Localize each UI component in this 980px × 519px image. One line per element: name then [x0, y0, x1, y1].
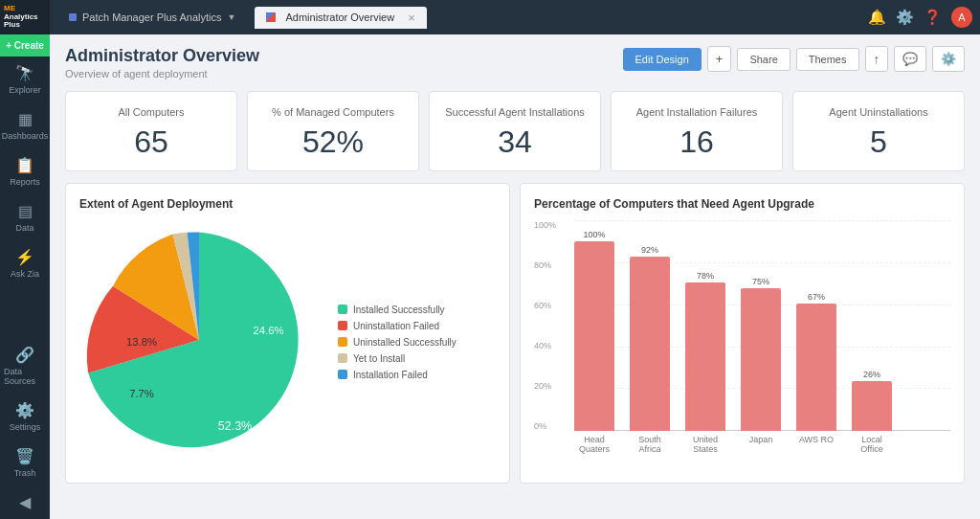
settings-icon: ⚙️: [15, 401, 34, 419]
x-label-3: Japan: [741, 435, 781, 454]
share-button[interactable]: Share: [737, 48, 790, 71]
sidebar-item-label: Reports: [10, 177, 40, 187]
y-label-60: 60%: [534, 301, 556, 310]
sidebar-item-data[interactable]: ▤ Data: [0, 194, 50, 240]
sidebar-logo: ME AnalyticsPlus: [0, 0, 50, 34]
legend-dot-install-fail: [338, 370, 347, 379]
pie-chart-card: Extent of Agent Deployment: [65, 183, 510, 484]
legend-dot-installed: [338, 305, 347, 314]
tab-adminoverview[interactable]: Administrator Overview ×: [255, 7, 426, 29]
tab-close-icon[interactable]: ×: [408, 11, 415, 25]
datasources-icon: 🔗: [15, 346, 34, 364]
content: Administrator Overview Overview of agent…: [50, 34, 980, 519]
bar-chart-title: Percentage of Computers that Need Agent …: [534, 197, 950, 211]
sidebar-item-label: Data Sources: [4, 367, 46, 386]
sidebar-item-label: Trash: [14, 468, 36, 478]
x-label-2: United States: [685, 435, 725, 454]
bar-pct-5: 26%: [863, 370, 880, 379]
pie-svg: 52.3% 7.7% 13.8% 24.6%: [79, 220, 319, 460]
themes-button[interactable]: Themes: [796, 48, 859, 71]
legend-item-installed: Installed Successfully: [338, 305, 457, 315]
bar-group-4: 67%: [796, 292, 836, 431]
sidebar-item-settings[interactable]: ⚙️ Settings: [0, 394, 50, 440]
help-icon[interactable]: ❓: [924, 9, 942, 26]
sidebar-item-collapse[interactable]: ◀: [0, 485, 50, 519]
legend-item-install-fail: Installation Failed: [338, 370, 457, 380]
bar-1: [630, 257, 670, 431]
bar-3: [741, 288, 781, 431]
add-button[interactable]: +: [707, 46, 732, 72]
legend-dot-uninstall-fail: [338, 321, 347, 330]
comment-icon-button[interactable]: 💬: [894, 46, 926, 72]
kpi-value-0: 65: [81, 126, 221, 157]
bar-group-1: 92%: [630, 245, 670, 431]
bar-pct-4: 67%: [808, 292, 825, 302]
bar-pct-2: 78%: [697, 271, 714, 281]
bar-5: [852, 381, 892, 431]
dashboards-icon: ▦: [18, 110, 33, 128]
y-label-100: 100%: [534, 220, 556, 230]
explorer-icon: 🔭: [15, 64, 34, 82]
bar-2: [685, 282, 725, 431]
trash-icon: 🗑️: [15, 447, 34, 465]
sidebar: ME AnalyticsPlus + Create 🔭 Explorer ▦ D…: [0, 0, 50, 519]
sidebar-item-dashboards[interactable]: ▦ Dashboards: [0, 102, 50, 148]
kpi-value-2: 34: [445, 126, 585, 157]
charts-row: Extent of Agent Deployment: [65, 183, 965, 484]
topbar: Patch Manager Plus Analytics ▼ Administr…: [50, 0, 980, 34]
bar-pct-3: 75%: [752, 277, 769, 286]
kpi-value-3: 16: [627, 126, 767, 157]
bar-group-2: 78%: [685, 271, 725, 431]
export-icon-button[interactable]: ↑: [865, 46, 889, 72]
page-title: Administrator Overview: [65, 46, 259, 66]
more-options-button[interactable]: ⚙️: [932, 46, 965, 72]
pie-label-uninstall-fail: 7.7%: [129, 388, 154, 399]
sidebar-item-label: Data: [15, 223, 33, 233]
sidebar-item-trash[interactable]: 🗑️ Trash: [0, 440, 50, 485]
notification-icon[interactable]: 🔔: [868, 9, 886, 26]
tab-patchmanager[interactable]: Patch Manager Plus Analytics ▼: [57, 8, 247, 27]
x-label-4: AWS RO: [796, 435, 836, 454]
bar-pct-1: 92%: [641, 245, 658, 255]
sidebar-item-askzia[interactable]: ⚡ Ask Zia: [0, 240, 50, 286]
page-header: Administrator Overview Overview of agent…: [65, 46, 965, 79]
bar-4: [796, 304, 836, 431]
x-label-5: Local Office: [852, 435, 892, 454]
page-subtitle: Overview of agent deployment: [65, 68, 259, 79]
kpi-value-4: 5: [809, 126, 948, 157]
gear-icon[interactable]: ⚙️: [896, 9, 914, 26]
y-label-80: 80%: [534, 260, 556, 270]
main-area: Patch Manager Plus Analytics ▼ Administr…: [50, 0, 980, 519]
x-label-0: Head Quaters: [574, 435, 614, 454]
y-label-0: 0%: [534, 421, 556, 431]
legend-item-uninstalled: Uninstalled Successfully: [338, 337, 457, 348]
kpi-card-3: Agent Installation Failures 16: [611, 91, 783, 171]
kpi-card-0: All Computers 65: [65, 91, 237, 171]
chevron-down-icon: ▼: [228, 12, 236, 22]
sidebar-item-label: Ask Zia: [11, 269, 39, 279]
data-icon: ▤: [18, 202, 33, 220]
bar-pct-0: 100%: [583, 230, 605, 239]
askzia-icon: ⚡: [15, 248, 34, 266]
sidebar-item-reports[interactable]: 📋 Reports: [0, 148, 50, 194]
logo-text: ME AnalyticsPlus: [4, 5, 46, 30]
bar-chart-card: Percentage of Computers that Need Agent …: [520, 183, 965, 484]
kpi-label-3: Agent Installation Failures: [627, 105, 767, 119]
sidebar-item-explorer[interactable]: 🔭 Explorer: [0, 56, 50, 102]
pie-chart-title: Extent of Agent Deployment: [79, 197, 496, 211]
sidebar-item-label: Dashboards: [2, 131, 49, 141]
sidebar-item-label: Explorer: [9, 85, 41, 95]
create-button[interactable]: + Create: [0, 34, 50, 56]
header-actions: Edit Design + Share Themes ↑ 💬 ⚙️: [623, 46, 965, 72]
pie-svg-wrap: 52.3% 7.7% 13.8% 24.6%: [79, 220, 319, 463]
sidebar-item-datasources[interactable]: 🔗 Data Sources: [0, 338, 50, 394]
pie-label-uninstalled: 13.8%: [126, 337, 157, 349]
tab-grid-icon: [266, 12, 276, 22]
y-label-40: 40%: [534, 341, 556, 350]
user-avatar[interactable]: A: [951, 7, 972, 28]
kpi-card-4: Agent Uninstallations 5: [792, 91, 965, 171]
bar-0: [574, 241, 614, 431]
edit-design-button[interactable]: Edit Design: [623, 48, 702, 71]
y-label-20: 20%: [534, 381, 556, 391]
kpi-value-1: 52%: [263, 126, 403, 157]
